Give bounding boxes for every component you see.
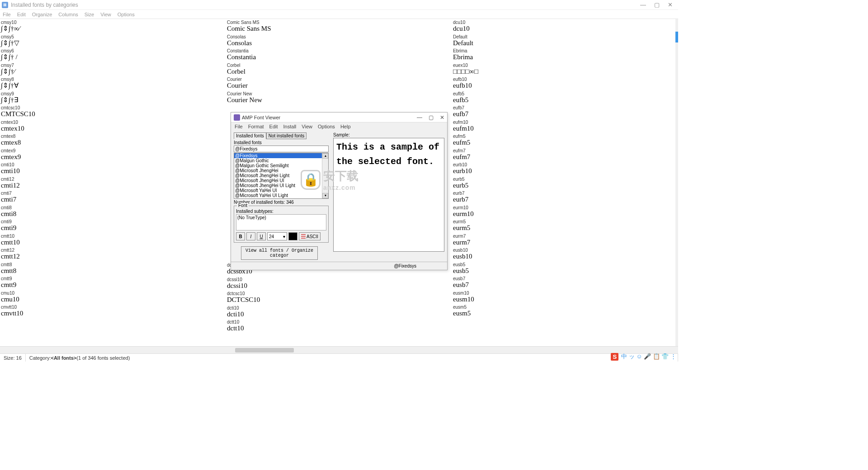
underline-button[interactable]: U	[257, 232, 266, 240]
view-all-fonts-button[interactable]: View all fonts / Organize categor	[241, 246, 318, 260]
list-item[interactable]: @Microsoft JhengHei	[234, 168, 328, 173]
font-item[interactable]: eusb5eusb5	[453, 262, 677, 275]
font-item[interactable]: eusm10eusm10	[453, 291, 677, 303]
list-item[interactable]: @MingLiU_HKSCS-ExtB	[234, 198, 328, 199]
close-button[interactable]: ✕	[668, 1, 673, 8]
bold-button[interactable]: B	[236, 232, 245, 240]
font-item[interactable]: eufb5eufb5	[453, 91, 677, 104]
font-item[interactable]: dcti10dcti10	[227, 306, 451, 318]
list-item[interactable]: @Fixedsys	[234, 153, 328, 158]
font-item[interactable]: cmti8cmti8	[1, 205, 225, 218]
font-item[interactable]: cmtt10cmtt10	[1, 234, 225, 246]
font-item[interactable]: eufm5eufm5	[453, 134, 677, 146]
scroll-down-button[interactable]: ▾	[322, 193, 328, 198]
font-item[interactable]: cmsy9∫⇕∫†∃	[1, 91, 225, 104]
horizontal-scrollbar[interactable]	[0, 346, 678, 353]
ascii-button[interactable]: ASCII	[299, 232, 321, 240]
tab-not-installed[interactable]: Not installed fonts	[266, 132, 307, 139]
font-item[interactable]: CourierCourier	[227, 77, 451, 89]
font-item[interactable]: eurb7eurb7	[453, 191, 677, 203]
installed-fonts-listbox[interactable]: @Fixedsys@Malgun Gothic@Malgun Gothic Se…	[234, 153, 329, 199]
dialog-menu-install[interactable]: Install	[283, 124, 297, 129]
font-item[interactable]: eurm10eurm10	[453, 205, 677, 218]
color-swatch[interactable]	[288, 232, 297, 240]
italic-button[interactable]: I	[246, 232, 255, 240]
list-item[interactable]: @Malgun Gothic	[234, 158, 328, 163]
font-item[interactable]: cmvtt10cmvtt10	[1, 305, 225, 317]
vertical-scrollbar[interactable]	[675, 19, 678, 346]
font-item[interactable]: dcu10dcu10	[453, 20, 677, 33]
font-item[interactable]: euex10□□□□∞□	[453, 63, 677, 75]
font-item[interactable]: eurb5eurb5	[453, 177, 677, 189]
list-item[interactable]: @Microsoft YaHei UI	[234, 188, 328, 193]
list-item[interactable]: @Microsoft JhengHei UI Light	[234, 183, 328, 188]
dialog-menu-file[interactable]: File	[235, 124, 243, 129]
font-item[interactable]: cmti12cmti12	[1, 177, 225, 189]
list-item[interactable]: @Microsoft JhengHei UI	[234, 178, 328, 183]
font-item[interactable]: dcssi10dcssi10	[227, 277, 451, 290]
font-item[interactable]: EbrimaEbrima	[453, 48, 677, 61]
font-item[interactable]: eurm7eurm7	[453, 234, 677, 246]
font-item[interactable]: cmti10cmti10	[1, 162, 225, 175]
font-item[interactable]: eusm5eusm5	[453, 305, 677, 317]
font-item[interactable]: ConstantiaConstantia	[227, 48, 451, 61]
minimize-button[interactable]: —	[640, 1, 646, 8]
font-item[interactable]: eufm7eufm7	[453, 148, 677, 161]
font-item[interactable]: eufb10eufb10	[453, 77, 677, 89]
dialog-close-button[interactable]: ✕	[440, 114, 444, 121]
listbox-scrollbar[interactable]: ▴ ▾	[322, 153, 328, 198]
dialog-minimize-button[interactable]: —	[417, 114, 422, 121]
font-item[interactable]: cmti9cmti9	[1, 219, 225, 232]
tab-installed[interactable]: Installed fonts	[234, 132, 266, 139]
menu-view[interactable]: View	[100, 12, 111, 17]
menu-edit[interactable]: Edit	[17, 12, 26, 17]
font-item[interactable]: eusb7eusb7	[453, 276, 677, 289]
font-item[interactable]: DefaultDefault	[453, 34, 677, 47]
dialog-titlebar[interactable]: AMP Font Viewer — ▢ ✕	[231, 113, 447, 122]
font-item[interactable]: cmsy6∫⇕∫† /	[1, 48, 225, 61]
font-item[interactable]: dctcsc10DCTCSC10	[227, 291, 451, 304]
font-item[interactable]: ConsolasConsolas	[227, 34, 451, 47]
font-item[interactable]: cmtex9cmtex9	[1, 148, 225, 161]
font-item[interactable]: cmtex10cmtex10	[1, 120, 225, 132]
font-item[interactable]: cmsy8∫⇕∫†∀	[1, 77, 225, 89]
fontsize-combo[interactable]: 24▾	[267, 232, 287, 240]
font-item[interactable]: eufb7eufb7	[453, 105, 677, 118]
maximize-button[interactable]: ▢	[654, 1, 660, 8]
font-item[interactable]: cmtt8cmtt8	[1, 262, 225, 275]
dialog-menu-view[interactable]: View	[302, 124, 312, 129]
menu-file[interactable]: File	[3, 12, 11, 17]
font-item[interactable]: cmti7cmti7	[1, 191, 225, 203]
tray-icons[interactable]: 中 ッ ☺ 🎤 📋 👕 ⋮	[621, 352, 676, 361]
dialog-menu-options[interactable]: Options	[318, 124, 335, 129]
scroll-up-button[interactable]: ▴	[322, 153, 328, 159]
font-item[interactable]: cmsy10∫⇕∫†∞⁄	[1, 20, 225, 33]
menu-options[interactable]: Options	[118, 12, 135, 17]
font-item[interactable]: eusb10eusb10	[453, 248, 677, 260]
font-item[interactable]: cmtcsc10CMTCSC10	[1, 105, 225, 118]
font-item[interactable]: Comic Sans MSComic Sans MS	[227, 20, 451, 33]
font-item[interactable]: dctt10dctt10	[227, 320, 451, 332]
dialog-menu-format[interactable]: Format	[248, 124, 264, 129]
menu-organize[interactable]: Organize	[32, 12, 52, 17]
font-item[interactable]: cmsy5∫⇕∫†▽	[1, 34, 225, 47]
font-item[interactable]: eurb10eurb10	[453, 162, 677, 175]
list-item[interactable]: @Microsoft YaHei UI Light	[234, 193, 328, 198]
menu-columns[interactable]: Columns	[58, 12, 78, 17]
font-item[interactable]: Courier NewCourier New	[227, 91, 451, 104]
scroll-thumb[interactable]	[235, 348, 294, 352]
font-item[interactable]: CorbelCorbel	[227, 63, 451, 75]
dialog-maximize-button[interactable]: ▢	[429, 114, 434, 121]
menu-size[interactable]: Size	[85, 12, 94, 17]
font-item[interactable]: cmu10cmu10	[1, 291, 225, 303]
font-item[interactable]: cmtex8cmtex8	[1, 134, 225, 146]
ime-icon[interactable]: S	[611, 353, 618, 361]
selected-font-field[interactable]: @Fixedsys	[234, 146, 329, 152]
dialog-menu-edit[interactable]: Edit	[269, 124, 278, 129]
list-item[interactable]: @Malgun Gothic Semilight	[234, 163, 328, 168]
font-item[interactable]: cmsy7∫⇕∫†⁄	[1, 63, 225, 75]
font-item[interactable]: eurm5eurm5	[453, 219, 677, 232]
font-item[interactable]: cmtt12cmtt12	[1, 248, 225, 260]
dialog-menu-help[interactable]: Help	[340, 124, 351, 129]
list-item[interactable]: @Microsoft JhengHei Light	[234, 173, 328, 178]
